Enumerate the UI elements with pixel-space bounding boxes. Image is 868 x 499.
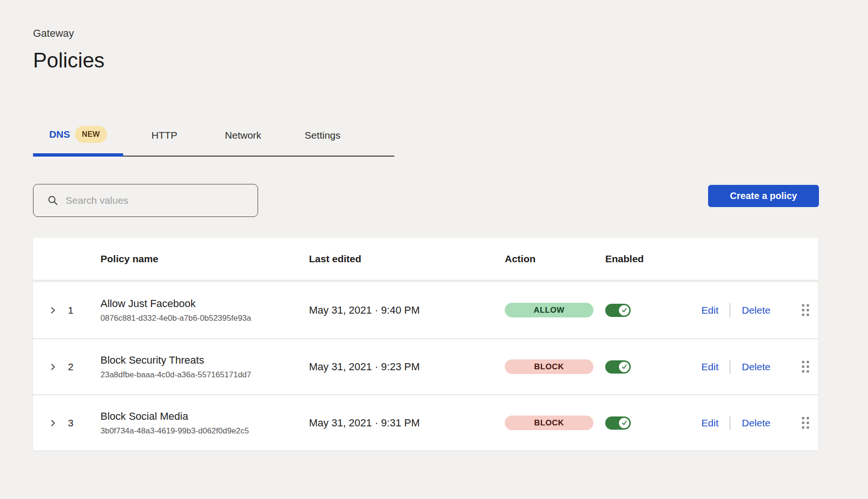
tab-settings-label: Settings: [305, 129, 341, 141]
last-edited-value: May 31, 2021 · 9:40 PM: [309, 304, 505, 316]
tab-dns[interactable]: DNS NEW: [33, 128, 123, 157]
tab-http-label: HTTP: [151, 129, 177, 141]
enabled-toggle[interactable]: [605, 416, 631, 430]
column-header-last-edited: Last edited: [309, 253, 505, 265]
table-header-row: Policy name Last edited Action Enabled: [33, 238, 818, 282]
drag-handle-icon[interactable]: [802, 304, 809, 316]
edit-link[interactable]: Edit: [701, 417, 718, 429]
column-header-enabled: Enabled: [605, 253, 679, 265]
action-divider: [730, 303, 731, 317]
action-badge: BLOCK: [505, 416, 593, 430]
new-badge: NEW: [75, 126, 107, 143]
policy-name: Allow Just Facebook: [100, 298, 309, 310]
breadcrumb: Gateway: [33, 27, 868, 40]
action-badge: BLOCK: [505, 359, 593, 374]
create-policy-button[interactable]: Create a policy: [708, 185, 819, 207]
column-header-policy-name: Policy name: [90, 253, 309, 265]
drag-handle-icon[interactable]: [802, 417, 809, 429]
table-row: 2 Block Security Threats 23a8dfbe-baaa-4…: [33, 338, 818, 394]
expand-row-chevron-right-icon[interactable]: [49, 306, 57, 315]
page-title: Policies: [33, 48, 868, 73]
tab-network[interactable]: Network: [225, 129, 261, 156]
expand-row-chevron-right-icon[interactable]: [49, 419, 57, 427]
tab-network-label: Network: [225, 129, 261, 141]
check-icon: [621, 420, 627, 426]
tab-bar: DNS NEW HTTP Network Settings: [33, 128, 394, 157]
expand-row-chevron-right-icon[interactable]: [49, 363, 57, 371]
toggle-knob: [619, 418, 629, 428]
edit-link[interactable]: Edit: [701, 305, 718, 316]
policy-id: 3b0f734a-48a3-4619-99b3-d062f0d9e2c5: [100, 426, 309, 436]
row-priority-number: 2: [62, 361, 90, 373]
policy-name: Block Social Media: [100, 410, 309, 423]
search-input[interactable]: [66, 195, 248, 206]
tab-settings[interactable]: Settings: [305, 129, 341, 156]
table-row: 3 Block Social Media 3b0f734a-48a3-4619-…: [33, 394, 818, 450]
action-divider: [730, 360, 731, 374]
policy-id: 0876c881-d332-4e0b-a7b6-0b52395fe93a: [100, 313, 309, 323]
last-edited-value: May 31, 2021 · 9:23 PM: [309, 361, 505, 373]
search-icon: [48, 195, 58, 206]
last-edited-value: May 31, 2021 · 9:31 PM: [309, 417, 505, 429]
row-priority-number: 1: [62, 305, 90, 316]
edit-link[interactable]: Edit: [701, 361, 718, 373]
toolbar: Create a policy: [33, 184, 819, 217]
tab-http[interactable]: HTTP: [151, 129, 177, 156]
delete-link[interactable]: Delete: [742, 305, 770, 316]
toggle-knob: [619, 362, 629, 372]
enabled-toggle[interactable]: [605, 304, 631, 317]
action-badge: ALLOW: [505, 303, 593, 317]
check-icon: [621, 307, 627, 313]
action-divider: [730, 416, 731, 430]
drag-handle-icon[interactable]: [802, 361, 809, 373]
search-box[interactable]: [33, 184, 258, 217]
delete-link[interactable]: Delete: [742, 417, 770, 429]
delete-link[interactable]: Delete: [742, 361, 770, 373]
table-row: 1 Allow Just Facebook 0876c881-d332-4e0b…: [33, 282, 818, 338]
toggle-knob: [619, 305, 629, 316]
policies-table: Policy name Last edited Action Enabled 1…: [33, 238, 818, 450]
enabled-toggle[interactable]: [605, 360, 631, 374]
policy-id: 23a8dfbe-baaa-4c0d-a36a-557165171dd7: [100, 370, 309, 380]
column-header-action: Action: [505, 253, 605, 265]
tab-dns-label: DNS: [49, 128, 70, 141]
check-icon: [621, 364, 627, 370]
gateway-policies-page: Gateway Policies DNS NEW HTTP Network Se…: [0, 0, 868, 450]
policy-name: Block Security Threats: [100, 354, 309, 366]
row-priority-number: 3: [62, 417, 90, 429]
